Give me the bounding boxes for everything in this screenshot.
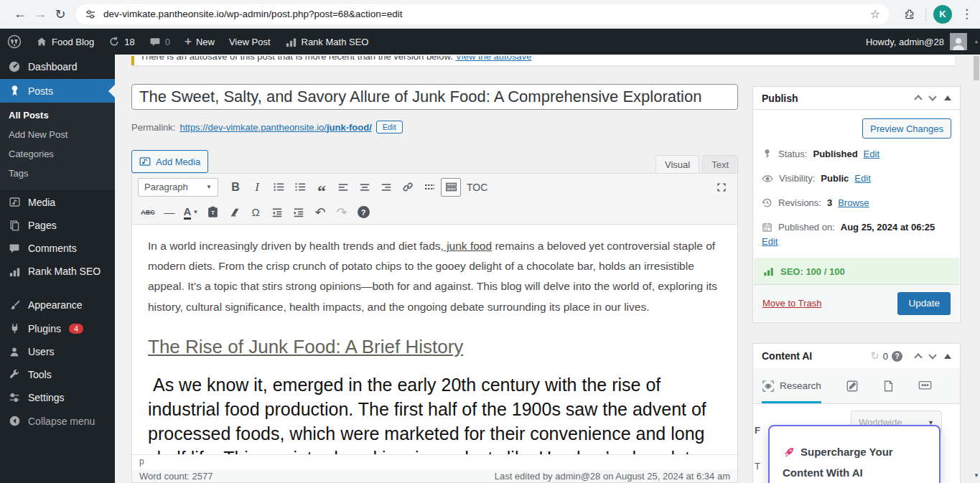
sidebar-item-users[interactable]: Users [0,340,115,363]
scroll-down-arrow[interactable]: ▼ [973,472,980,479]
bullet-list-button[interactable] [269,178,289,197]
rank-math-menu[interactable]: Rank Math SEO [278,29,376,55]
update-button[interactable]: Update [897,292,951,315]
move-to-trash-link[interactable]: Move to Trash [762,298,821,309]
undo-button[interactable]: ↶ [310,203,330,222]
back-icon[interactable]: ← [10,6,30,22]
forward-icon[interactable]: → [30,6,50,22]
scrollbar-thumb[interactable] [974,56,979,80]
new-content-menu[interactable]: + New [177,29,222,55]
view-autosave-link[interactable]: View the autosave [455,56,531,62]
insert-link-button[interactable] [398,178,418,197]
align-center-button[interactable] [355,178,375,197]
junk-food-link[interactable]: junk food [444,240,492,252]
edit-visibility-link[interactable]: Edit [854,173,870,184]
reload-icon[interactable]: ↻ [50,6,70,22]
sidebar-item-posts[interactable]: Posts [0,79,115,103]
move-up-icon[interactable] [914,95,922,103]
tab-research[interactable]: Research [762,368,821,403]
permalink-link[interactable]: https://dev-vimkate.pantheonsite.io/junk… [179,122,371,133]
preview-changes-button[interactable]: Preview Changes [862,118,951,139]
toggle-panel-icon[interactable] [944,95,951,100]
element-path[interactable]: p [139,456,144,466]
account-menu[interactable]: Howdy, admin@28 [866,33,980,50]
status-label: Status: [778,149,807,159]
edit-permalink-button[interactable]: Edit [376,121,403,133]
submenu-add-new-post[interactable]: Add New Post [0,125,115,144]
view-post-menu[interactable]: View Post [222,29,278,55]
updates-menu[interactable]: 18 [101,29,141,55]
edit-status-link[interactable]: Edit [864,149,879,159]
add-media-button[interactable]: Add Media [131,150,208,173]
redo-button[interactable]: ↷ [332,203,352,222]
align-right-button[interactable] [376,178,396,197]
submenu-all-posts[interactable]: All Posts [0,105,115,125]
sidebar-item-dashboard[interactable]: Dashboard [0,55,115,79]
sidebar-item-settings[interactable]: Settings [0,386,115,409]
horizontal-rule-button[interactable]: — [159,203,179,222]
editor-status-bar: Word count: 2577 Last edited by admin@28… [131,469,738,483]
tab-chat[interactable] [918,368,932,403]
move-down-icon[interactable] [928,93,936,100]
supercharge-ai-popup[interactable]: Supercharge Your Content With AI [768,425,941,483]
clear-formatting-button[interactable] [224,203,244,222]
sidebar-label: Comments [28,243,77,254]
page-scrollbar[interactable]: ▲ ▼ [973,29,980,483]
browse-revisions-link[interactable]: Browse [838,197,869,208]
browser-profile-avatar[interactable]: K [933,5,952,24]
bookmark-star-icon[interactable]: ☆ [870,7,880,21]
url-text[interactable]: dev-vimkate.pantheonsite.io/wp-admin/pos… [103,9,870,19]
tab-write[interactable] [846,368,859,403]
align-left-button[interactable] [333,178,353,197]
sidebar-item-tools[interactable]: Tools [0,363,115,386]
indent-button[interactable] [289,203,309,222]
tab-document[interactable] [883,368,894,403]
site-name-menu[interactable]: Food Blog [29,29,101,55]
help-button[interactable]: ? [353,203,373,222]
edit-published-date-link[interactable]: Edit [762,236,778,247]
publish-header[interactable]: Publish [753,87,960,110]
format-dropdown[interactable]: Paragraph ▼ [138,178,218,197]
sidebar-item-appearance[interactable]: Appearance [0,293,115,316]
site-info-icon[interactable] [85,9,96,20]
toc-button[interactable]: TOC [462,178,492,197]
sidebar-item-plugins[interactable]: Plugins 4 [0,316,115,340]
submenu-tags[interactable]: Tags [0,164,115,183]
move-down-icon[interactable] [928,351,936,359]
sidebar-item-pages[interactable]: Pages [0,214,115,237]
numbered-list-button[interactable] [290,178,310,197]
sidebar-item-comments[interactable]: Comments [0,237,115,260]
address-bar[interactable]: dev-vimkate.pantheonsite.io/wp-admin/pos… [76,4,889,24]
collapse-menu-button[interactable]: Collapse menu [0,409,115,433]
move-up-icon[interactable] [914,353,922,361]
wordpress-logo[interactable] [0,29,29,55]
text-color-button[interactable]: A▼ [181,203,201,222]
outdent-button[interactable] [267,203,287,222]
italic-button[interactable]: I [247,178,267,197]
content-ai-header[interactable]: Content AI ↻ 0 ? [753,344,960,368]
key-icon [762,149,773,159]
submenu-categories[interactable]: Categories [0,144,115,164]
read-more-button[interactable] [419,178,439,197]
refresh-credits-icon[interactable]: ↻ [870,350,879,362]
strikethrough-button[interactable]: ABC [138,203,158,222]
bold-button[interactable]: B [225,178,246,197]
extensions-icon[interactable] [903,8,915,20]
paste-as-text-button[interactable]: T [202,203,223,222]
browser-menu-icon[interactable]: ⋮ [961,6,973,22]
editor-content-area[interactable]: In a world increasingly driven by health… [132,225,737,454]
blockquote-button[interactable]: “ [312,178,332,197]
help-badge-icon[interactable]: ? [892,351,902,362]
permalink-slug: junk-food/ [327,122,372,133]
tab-text[interactable]: Text [702,155,738,174]
sidebar-item-rank-math[interactable]: Rank Math SEO [0,260,115,283]
toggle-panel-icon[interactable] [944,354,951,359]
scroll-up-arrow[interactable]: ▲ [973,29,980,55]
comments-menu[interactable]: 0 [142,29,177,55]
tab-visual[interactable]: Visual [655,155,699,174]
special-character-button[interactable]: Ω [246,203,266,222]
toolbar-toggle-button[interactable] [441,178,461,197]
sidebar-item-media[interactable]: Media [0,190,115,214]
post-title-input[interactable] [131,84,738,110]
fullscreen-icon[interactable] [711,178,732,197]
